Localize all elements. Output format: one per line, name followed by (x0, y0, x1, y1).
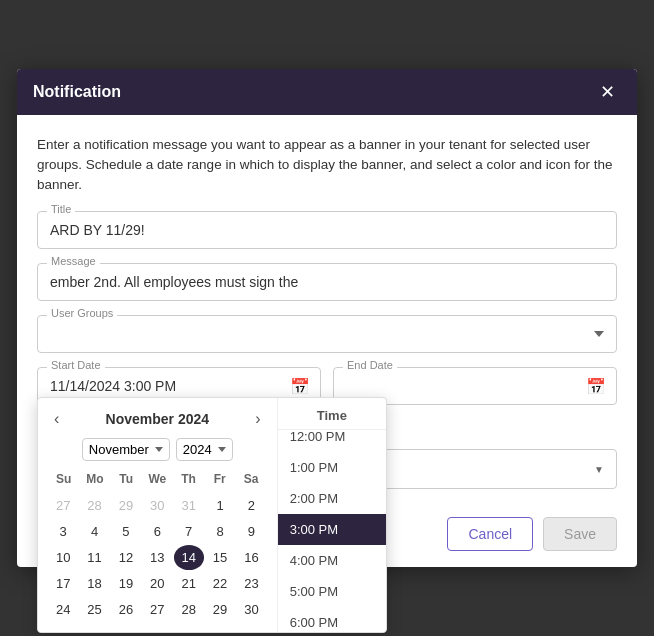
calendar-next-button[interactable]: › (249, 408, 266, 430)
calendar-day-8[interactable]: 8 (205, 519, 235, 544)
calendar-day-26[interactable]: 26 (111, 597, 141, 622)
time-item-4-00-PM[interactable]: 4:00 PM (278, 545, 386, 576)
start-date-field: Start Date 📅 ‹ November 2024 › (37, 367, 321, 405)
calendar-day-28[interactable]: 28 (79, 493, 109, 518)
day-header-th: Th (173, 469, 204, 489)
user-groups-label: User Groups (47, 307, 117, 319)
calendar-day-13[interactable]: 13 (142, 545, 172, 570)
message-label: Message (47, 255, 100, 267)
calendar-day-6[interactable]: 6 (142, 519, 172, 544)
calendar-day-5[interactable]: 5 (111, 519, 141, 544)
day-header-fr: Fr (204, 469, 235, 489)
date-row: Start Date 📅 ‹ November 2024 › (37, 367, 617, 405)
calendar-day-14[interactable]: 14 (174, 545, 204, 570)
day-header-su: Su (48, 469, 79, 489)
close-button[interactable]: ✕ (594, 81, 621, 103)
day-header-mo: Mo (79, 469, 110, 489)
calendar-day-30[interactable]: 30 (236, 597, 266, 622)
message-field-group: Message (37, 263, 617, 301)
calendar-day-7[interactable]: 7 (174, 519, 204, 544)
user-groups-field-group: User Groups (37, 315, 617, 353)
calendar-day-23[interactable]: 23 (236, 571, 266, 596)
time-item-3-00-PM[interactable]: 3:00 PM (278, 514, 386, 545)
title-input[interactable] (37, 211, 617, 249)
modal-description: Enter a notification message you want to… (37, 135, 617, 196)
calendar-day-18[interactable]: 18 (79, 571, 109, 596)
cancel-button[interactable]: Cancel (447, 517, 533, 551)
end-date-calendar-icon[interactable]: 📅 (576, 369, 616, 404)
calendar-day-29[interactable]: 29 (111, 493, 141, 518)
calendar-day-2[interactable]: 2 (236, 493, 266, 518)
time-item-2-00-PM[interactable]: 2:00 PM (278, 483, 386, 514)
modal-header: Notification ✕ (17, 69, 637, 115)
calendar-day-16[interactable]: 16 (236, 545, 266, 570)
calendar-day-24[interactable]: 24 (48, 597, 78, 622)
user-groups-select[interactable] (37, 315, 617, 353)
calendar-day-28[interactable]: 28 (174, 597, 204, 622)
calendar-left: ‹ November 2024 › November 2024 (38, 398, 277, 632)
notification-modal: Notification ✕ Enter a notification mess… (17, 69, 637, 568)
calendar-day-19[interactable]: 19 (111, 571, 141, 596)
calendar-year-select[interactable]: 2024 (176, 438, 233, 461)
modal-overlay: Notification ✕ Enter a notification mess… (0, 0, 654, 636)
calendar-day-25[interactable]: 25 (79, 597, 109, 622)
calendar-day-15[interactable]: 15 (205, 545, 235, 570)
time-item-1-00-PM[interactable]: 1:00 PM (278, 452, 386, 483)
calendar-day-1[interactable]: 1 (205, 493, 235, 518)
calendar-day-headers: Su Mo Tu We Th Fr Sa (48, 469, 267, 489)
calendar-day-12[interactable]: 12 (111, 545, 141, 570)
time-item-5-00-PM[interactable]: 5:00 PM (278, 576, 386, 607)
calendar-day-31[interactable]: 31 (174, 493, 204, 518)
title-field-group: Title (37, 211, 617, 249)
calendar-day-3[interactable]: 3 (48, 519, 78, 544)
message-input[interactable] (37, 263, 617, 301)
time-picker-header: Time (278, 398, 386, 430)
time-item-12-00-PM[interactable]: 12:00 PM (278, 430, 386, 452)
calendar-days: 2728293031123456789101112131415161718192… (48, 493, 267, 622)
calendar-prev-button[interactable]: ‹ (48, 408, 65, 430)
day-header-we: We (142, 469, 173, 489)
calendar-day-10[interactable]: 10 (48, 545, 78, 570)
modal-title: Notification (33, 83, 121, 101)
calendar-day-22[interactable]: 22 (205, 571, 235, 596)
calendar-header: ‹ November 2024 › (48, 408, 267, 430)
calendar-title: November 2024 (65, 411, 249, 427)
calendar-day-27[interactable]: 27 (142, 597, 172, 622)
icon-dropdown-arrow: ▼ (594, 464, 604, 475)
calendar-selects: November 2024 (48, 438, 267, 461)
title-label: Title (47, 203, 75, 215)
calendar-day-29[interactable]: 29 (205, 597, 235, 622)
start-date-label: Start Date (47, 359, 105, 371)
calendar-day-27[interactable]: 27 (48, 493, 78, 518)
calendar-day-17[interactable]: 17 (48, 571, 78, 596)
calendar-popup: ‹ November 2024 › November 2024 (37, 397, 387, 633)
calendar-day-11[interactable]: 11 (79, 545, 109, 570)
modal-body: Enter a notification message you want to… (17, 115, 637, 506)
calendar-day-9[interactable]: 9 (236, 519, 266, 544)
calendar-day-4[interactable]: 4 (79, 519, 109, 544)
calendar-day-30[interactable]: 30 (142, 493, 172, 518)
calendar-day-21[interactable]: 21 (174, 571, 204, 596)
calendar-day-20[interactable]: 20 (142, 571, 172, 596)
calendar-grid: Su Mo Tu We Th Fr Sa 2728293031123456789… (48, 469, 267, 622)
end-date-label: End Date (343, 359, 397, 371)
time-picker: Time 12:00 PM1:00 PM2:00 PM3:00 PM4:00 P… (277, 398, 386, 632)
calendar-month-select[interactable]: November (82, 438, 170, 461)
time-item-6-00-PM[interactable]: 6:00 PM (278, 607, 386, 630)
time-list[interactable]: 12:00 PM1:00 PM2:00 PM3:00 PM4:00 PM5:00… (278, 430, 386, 630)
save-button[interactable]: Save (543, 517, 617, 551)
day-header-tu: Tu (110, 469, 141, 489)
day-header-sa: Sa (235, 469, 266, 489)
